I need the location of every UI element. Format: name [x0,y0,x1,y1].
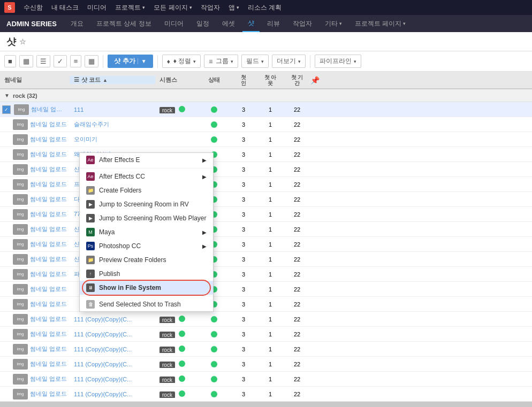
nav-workers[interactable]: 작업자 [287,15,317,32]
row-checkbox[interactable] [2,300,11,309]
table-row[interactable]: img 썸네일 업로드 111 (Copy)(Copy)(C... rock 3… [0,342,532,357]
nav-media[interactable]: 미디어 [87,3,107,12]
ctx-create-folders[interactable]: 📁 Create Folders [80,183,213,197]
thumb-label[interactable]: 썸네일 업로드 [30,270,67,278]
thumb-label[interactable]: 썸네일 업로드 [30,285,67,293]
ctx-maya[interactable]: M Maya ▶ [80,225,213,239]
row-checkbox[interactable] [2,165,11,174]
cell-shotcode[interactable]: 111 (Copy)(Copy)(C... [70,331,155,337]
ctx-photoshop[interactable]: Ps Photoshop CC ▶ [80,239,213,253]
add-shot-arrow[interactable]: ▼ [138,58,147,64]
nav-inbox[interactable]: 수신함 [24,3,43,12]
view-grid-icon[interactable]: ▦ [19,55,33,67]
nav-assets[interactable]: 에셋 [217,15,240,32]
view-gantt-icon[interactable]: ≡ [70,55,82,67]
table-row[interactable]: img 썸네일 업로드 오이미기 3 1 22 [0,132,532,147]
cell-shotcode[interactable]: 111 (Copy)(Copy)(C... [70,361,155,367]
row-checkbox[interactable] [2,345,11,354]
row-checkbox[interactable] [2,375,11,383]
thumb-label[interactable]: 썸네일 업로드 [30,210,67,218]
nav-overview[interactable]: 개요 [65,15,89,32]
nav-all-pages[interactable]: 모든 페이지 ▾ [154,3,192,12]
seq-tag[interactable]: rock [159,391,175,398]
row-checkbox[interactable]: ✓ [2,105,11,114]
cell-shotcode[interactable]: 111 (Copy)(Copy)(C... [70,376,155,382]
thumb-label[interactable]: 썸네일 업로드 [31,105,67,113]
table-row[interactable]: img 썸네일 업로드 111 (Copy)(Copy)(C... rock 3… [0,312,532,327]
seq-tag[interactable]: rock [159,362,175,368]
thumb-label[interactable]: 썸네일 업로드 [30,315,67,323]
ctx-jump-web[interactable]: ▶ Jump to Screening Room Web Player [80,211,213,225]
seq-tag[interactable]: rock [159,377,175,383]
table-row[interactable]: ✓ img 썸네일 업로드 111 rock 3 1 22 [0,102,532,117]
nav-schedule[interactable]: 일정 [191,15,215,32]
table-row[interactable]: img 썸네일 업로드 111 (Copy)(Copy)(C... rock 3… [0,387,532,402]
thumb-label[interactable]: 썸네일 업로드 [30,390,67,398]
thumb-label[interactable]: 썸네일 업로드 [30,180,67,188]
col-header-status[interactable]: 상태 [198,76,230,84]
row-checkbox[interactable] [2,285,11,294]
cell-shotcode[interactable]: 111 [70,106,155,113]
row-checkbox[interactable] [2,210,11,219]
ctx-after-effects-e[interactable]: Ae After Effects E ▶ [80,153,213,167]
table-row[interactable]: img 썸네일 업로드 111 (Copy)(Copy)(C... rock 3… [0,327,532,342]
thumb-label[interactable]: 썸네일 업로드 [30,195,67,203]
group-rock[interactable]: ▼ rock (32) [0,89,532,102]
col-header-seq[interactable]: 시퀀스 [155,76,198,84]
thumb-label[interactable]: 썸네일 업로드 [30,120,67,128]
seq-tag[interactable]: rock [159,347,175,353]
nav-tasks[interactable]: 내 태스크 [51,3,79,12]
nav-apps[interactable]: 앱 ▾ [229,3,239,12]
group-collapse-icon[interactable]: ▼ [4,93,10,98]
thumb-label[interactable]: 썸네일 업로드 [30,225,67,233]
thumb-label[interactable]: 썸네일 업로드 [30,135,67,143]
nav-project-page[interactable]: 프로젝트 페이지 ▾ [349,15,411,32]
thumb-label[interactable]: 썸네일 업로드 [30,345,67,353]
thumb-label[interactable]: 썸네일 업로드 [30,165,67,173]
nav-review[interactable]: 리뷰 [262,15,285,32]
nav-resources[interactable]: 리소스 계획 [248,3,282,12]
thumb-label[interactable]: 썸네일 업로드 [30,150,67,158]
thumb-label[interactable]: 썸네일 업로드 [30,300,67,308]
ctx-send-trash[interactable]: 🗑 Send Selected Shot to Trash [80,297,213,311]
col-header-dur[interactable]: 첫 기간 [284,74,310,86]
cell-shotcode[interactable]: 111 (Copy)(Copy)(C... [70,316,155,322]
more-button[interactable]: 더보기 ▾ [272,55,306,68]
table-row[interactable]: img 썸네일 업로드 슬래임수주기 3 1 22 [0,117,532,132]
thumb-label[interactable]: 썸네일 업로드 [30,255,67,263]
row-checkbox[interactable] [2,315,11,324]
favorite-star[interactable]: ☆ [19,37,26,46]
cell-shotcode[interactable]: 오이미기 [70,135,155,143]
seq-tag[interactable]: rock [159,317,175,323]
table-row[interactable]: img 썸네일 업로드 111 (Copy)(Copy)(C... rock 3… [0,372,532,387]
pipeline-button[interactable]: 파이프라인 ▾ [315,55,361,68]
row-checkbox[interactable] [2,330,11,339]
view-list-icon[interactable]: ■ [4,55,16,67]
row-checkbox[interactable] [2,195,11,204]
col-header-thumb[interactable]: 썸네일 [0,76,70,84]
row-checkbox[interactable] [2,120,11,129]
add-shot-button[interactable]: 샷 추가 ▼ [108,55,153,68]
ctx-show-in-file-system[interactable]: 🖥 Show in File System [80,281,213,295]
row-checkbox[interactable] [2,240,11,249]
nav-shots[interactable]: 샷 [242,15,260,32]
seq-tag[interactable]: rock [159,107,175,113]
view-detail-icon[interactable]: ☰ [36,55,50,67]
row-checkbox[interactable] [2,270,11,279]
row-checkbox[interactable] [2,390,11,398]
nav-projects[interactable]: 프로젝트 ▾ [115,3,145,12]
thumb-label[interactable]: 썸네일 업로드 [30,240,67,248]
seq-tag[interactable]: rock [159,332,175,338]
thumb-label[interactable]: 썸네일 업로드 [30,330,67,338]
pin-icon[interactable]: 📌 [310,76,320,85]
nav-other[interactable]: 기타 ▾ [320,15,347,32]
nav-workers[interactable]: 작업자 [201,3,220,12]
col-header-shotcode[interactable]: ☰ 샷 코드 ▲ [70,76,155,84]
app-logo[interactable]: S [4,2,15,13]
ctx-after-effects-cc[interactable]: Ae After Effects CC ▶ [80,170,213,183]
nav-project-detail[interactable]: 프로젝트 상세 정보 [91,15,157,32]
cell-shotcode[interactable]: 슬래임수주기 [70,120,155,128]
nav-media[interactable]: 미디어 [159,15,189,32]
thumb-label[interactable]: 썸네일 업로드 [30,375,67,383]
sort-button[interactable]: ♦ ♦ 정렬 ▾ [162,55,201,68]
